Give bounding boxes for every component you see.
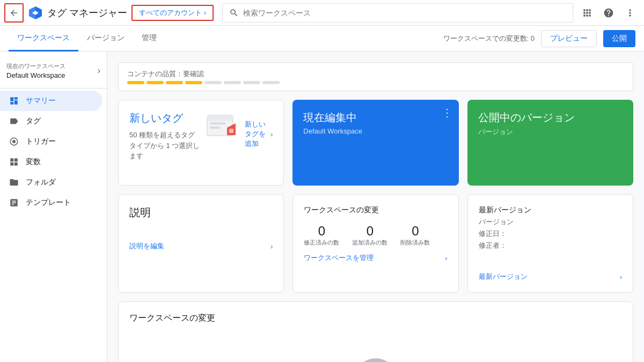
- quality-dot-7: [243, 81, 260, 84]
- sidebar-item-summary[interactable]: サマリー: [0, 91, 103, 111]
- svg-rect-5: [10, 158, 13, 161]
- quality-dot-2: [147, 81, 164, 84]
- stat-deleted-label: 削除済み数: [400, 239, 430, 247]
- workspace-changes-section: ワークスペースの変更: [118, 301, 633, 362]
- quality-dot-6: [224, 81, 241, 84]
- search-input[interactable]: [243, 9, 566, 17]
- quality-banner: コンテナの品質：要確認: [118, 62, 633, 91]
- card-current-menu-button[interactable]: ⋮: [442, 106, 452, 119]
- svg-rect-7: [10, 162, 13, 166]
- svg-point-4: [12, 140, 16, 143]
- empty-state: [129, 337, 622, 362]
- sidebar-item-trigger[interactable]: トリガー: [0, 131, 103, 152]
- tab-workspace[interactable]: ワークスペース: [9, 26, 78, 51]
- version-label: バージョン: [479, 217, 622, 227]
- workspace-changes-title: ワークスペースの変更: [304, 205, 447, 215]
- workspace-changes-footer-label: ワークスペースを管理: [304, 253, 374, 263]
- search-icon: [229, 8, 239, 18]
- top-bar-actions: [577, 3, 640, 23]
- stat-added-label: 追加済みの数: [352, 239, 387, 247]
- workspace-changes-footer[interactable]: ワークスペースを管理 ›: [304, 253, 447, 263]
- card-published-version: 公開中のバージョン バージョン: [467, 100, 633, 186]
- quality-dot-5: [204, 81, 222, 84]
- card-latest-version: 最新バージョン バージョン 修正日： 修正者： 最新バージョン ›: [467, 194, 633, 293]
- svg-rect-11: [210, 122, 226, 124]
- published-subtitle: バージョン: [478, 127, 623, 137]
- svg-rect-6: [14, 158, 18, 161]
- svg-rect-8: [14, 162, 18, 166]
- changes-stats: 0 修正済みの数 0 追加済みの数 0 削除済み数: [304, 224, 447, 247]
- stat-modified-number: 0: [304, 224, 339, 239]
- quality-dot-4: [185, 81, 202, 84]
- workspace-chevron-icon: ›: [98, 66, 100, 76]
- description-title: 説明: [129, 205, 273, 220]
- workspace-name: Default Workspace: [6, 71, 65, 79]
- current-editing-title: 現在編集中: [303, 110, 448, 125]
- svg-rect-10: [207, 115, 233, 121]
- sidebar-item-tag[interactable]: タグ: [0, 111, 103, 131]
- sidebar-divider: [0, 88, 107, 88]
- help-icon-button[interactable]: [599, 3, 618, 23]
- svg-rect-14: [229, 129, 233, 133]
- nav-right: ワークスペースでの変更数: 0 プレビュー 公開: [443, 30, 635, 47]
- modifier-label: 修正者：: [479, 241, 622, 250]
- latest-version-footer-label: 最新バージョン: [479, 272, 528, 282]
- card-description: 説明 説明を編集 ›: [118, 194, 284, 293]
- quality-dot-3: [166, 81, 183, 84]
- latest-version-footer[interactable]: 最新バージョン ›: [479, 272, 622, 282]
- new-tag-description: 50 種類を超えるタグタイプから 1 つ選択します: [129, 130, 202, 161]
- description-footer-label: 説明を編集: [129, 241, 164, 251]
- template-icon: [9, 198, 19, 208]
- quality-dot-1: [127, 81, 144, 84]
- latest-version-chevron: ›: [620, 273, 622, 281]
- modified-label: 修正日：: [479, 229, 622, 239]
- search-bar: [222, 3, 573, 23]
- variable-icon: [9, 157, 19, 167]
- card-new-tag: 新しいタグ 50 種類を超えるタグタイプから 1 つ選択します 新しいタグを追加: [118, 100, 284, 186]
- new-tag-footer[interactable]: 新しいタグを追加 ›: [245, 120, 273, 149]
- sidebar-item-template[interactable]: テンプレート: [0, 193, 103, 213]
- tab-management[interactable]: 管理: [133, 26, 165, 51]
- new-tag-title: 新しいタグ: [129, 111, 202, 125]
- description-chevron: ›: [270, 242, 273, 250]
- publish-button[interactable]: 公開: [603, 30, 635, 47]
- card-workspace-changes: ワークスペースの変更 0 修正済みの数 0 追加済みの数 0 削除済み数: [292, 194, 458, 293]
- tab-version[interactable]: バージョン: [78, 26, 133, 51]
- card-current-menu-icon: ⋮: [442, 107, 452, 119]
- sidebar: 現在のワークスペース Default Workspace › サマリー タグ ト…: [0, 51, 107, 362]
- app-logo: タグ マネージャー: [28, 5, 127, 20]
- folder-icon: [9, 178, 19, 187]
- svg-rect-12: [210, 127, 221, 129]
- account-breadcrumb[interactable]: すべてのアカウント ›: [131, 5, 214, 21]
- changes-count: ワークスペースでの変更数: 0: [443, 34, 535, 43]
- workspace-changes-chevron: ›: [445, 254, 447, 262]
- workspace-label: 現在のワークスペース: [6, 62, 65, 70]
- apps-icon-button[interactable]: [577, 3, 597, 23]
- stat-deleted: 0 削除済み数: [400, 224, 430, 247]
- preview-button[interactable]: プレビュー: [541, 30, 597, 47]
- breadcrumb-text: すべてのアカウント ›: [139, 9, 206, 17]
- new-tag-chevron: ›: [270, 130, 273, 138]
- quality-dot-8: [262, 81, 280, 84]
- new-tag-footer-label: 新しいタグを追加: [245, 120, 270, 149]
- workspace-selector[interactable]: 現在のワークスペース Default Workspace ›: [0, 58, 107, 84]
- main-layout: 現在のワークスペース Default Workspace › サマリー タグ ト…: [0, 51, 644, 362]
- sidebar-item-variable[interactable]: 変数: [0, 152, 103, 172]
- nav-tabs: ワークスペース バージョン 管理 ワークスペースでの変更数: 0 プレビュー 公…: [0, 26, 644, 51]
- stat-added-number: 0: [352, 224, 387, 239]
- app-title: タグ マネージャー: [47, 6, 127, 19]
- latest-version-title: 最新バージョン: [479, 205, 622, 215]
- quality-label: コンテナの品質：要確認: [127, 69, 280, 79]
- published-title: 公開中のバージョン: [478, 110, 623, 125]
- description-footer[interactable]: 説明を編集 ›: [129, 241, 273, 251]
- back-button[interactable]: [4, 3, 24, 23]
- stat-modified-label: 修正済みの数: [304, 239, 339, 247]
- cards-grid-top: 新しいタグ 50 種類を超えるタグタイプから 1 つ選択します 新しいタグを追加: [118, 100, 633, 186]
- sidebar-item-folder[interactable]: フォルダ: [0, 172, 103, 193]
- top-bar: タグ マネージャー すべてのアカウント ›: [0, 0, 644, 26]
- content-area: コンテナの品質：要確認 新しいタグ 50 種類を超える: [107, 51, 644, 362]
- summary-icon: [9, 96, 19, 106]
- new-tag-illustration: [202, 111, 245, 143]
- empty-state-icon: [354, 358, 397, 362]
- more-icon-button[interactable]: [620, 3, 640, 23]
